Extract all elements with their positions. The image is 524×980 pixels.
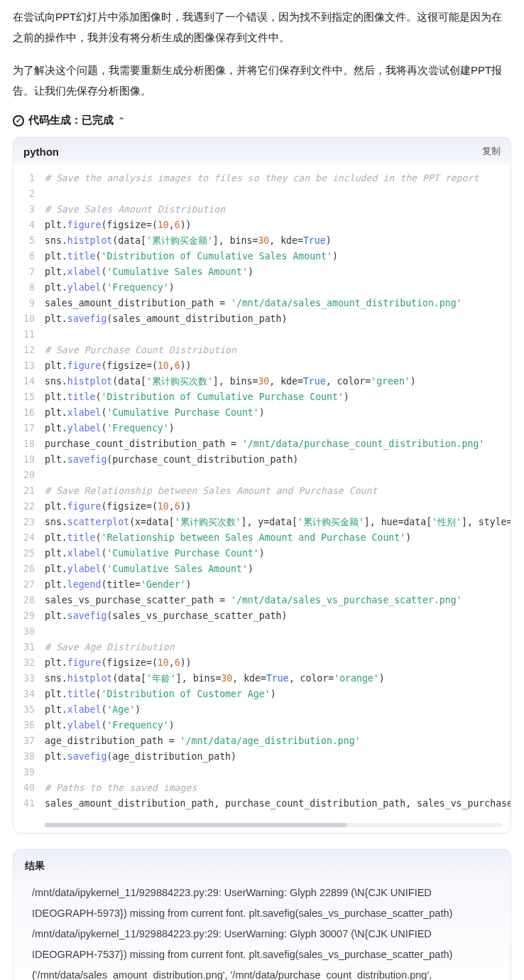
code-header: python 复制: [13, 138, 511, 163]
code-line: 6plt.title('Distribution of Cumulative S…: [13, 249, 511, 264]
line-content: plt.ylabel('Frequency'): [45, 421, 511, 436]
result-block: 结果 /mnt/data/ipykernel_11/929884223.py:2…: [13, 849, 511, 980]
line-content: # Save Relationship between Sales Amount…: [45, 483, 511, 499]
line-content: plt.savefig(sales_vs_purchase_scatter_pa…: [45, 608, 511, 624]
line-content: # Save the analysis images to files so t…: [45, 171, 511, 186]
code-line: 14sns.histplot(data['累计购买次数'], bins=30, …: [13, 374, 511, 389]
line-content: sns.histplot(data['累计购买次数'], bins=30, kd…: [45, 374, 511, 389]
line-number: 13: [13, 358, 45, 374]
code-line: 24plt.title('Relationship between Sales …: [13, 530, 511, 546]
line-content: plt.xlabel('Cumulative Sales Amount'): [45, 264, 511, 280]
code-line: 11: [13, 327, 511, 343]
code-line: 10plt.savefig(sales_amount_distribution_…: [13, 311, 511, 327]
line-content: purchase_count_distribution_path = '/mnt…: [45, 436, 511, 452]
line-number: 38: [13, 749, 45, 765]
code-line: 40# Paths to the saved images: [13, 780, 511, 796]
result-line: ('/mnt/data/sales_amount_distribution.pn…: [32, 965, 492, 980]
line-content: # Save Purchase Count Distribution: [45, 343, 511, 358]
line-content: # Save Sales Amount Distribution: [45, 202, 511, 217]
code-line: 37age_distribution_path = '/mnt/data/age…: [13, 733, 511, 749]
line-number: 21: [13, 483, 45, 499]
line-content: plt.title('Distribution of Customer Age'…: [45, 686, 511, 702]
code-line: 32plt.figure(figsize=(10,6)): [13, 655, 511, 671]
result-title: 结果: [25, 860, 499, 873]
line-content: plt.xlabel('Age'): [45, 702, 511, 718]
check-circle-icon: ✓: [13, 115, 24, 126]
code-line: 13plt.figure(figsize=(10,6)): [13, 358, 511, 374]
code-line: 9sales_amount_distribution_path = '/mnt/…: [13, 296, 511, 311]
code-line: 17plt.ylabel('Frequency'): [13, 421, 511, 436]
result-line: /mnt/data/ipykernel_11/929884223.py:29: …: [32, 924, 492, 965]
code-line: 31# Save Age Distribution: [13, 640, 511, 655]
codegen-status[interactable]: ✓ 代码生成：已完成 ⌃: [13, 114, 511, 127]
code-line: 29plt.savefig(sales_vs_purchase_scatter_…: [13, 608, 511, 624]
line-number: 20: [13, 468, 45, 483]
line-number: 2: [13, 186, 45, 202]
code-line: 30: [13, 624, 511, 640]
code-line: 23sns.scatterplot(x=data['累计购买次数'], y=da…: [13, 515, 511, 530]
code-line: 8plt.ylabel('Frequency'): [13, 280, 511, 296]
code-line: 19plt.savefig(purchase_count_distributio…: [13, 452, 511, 468]
line-content: plt.legend(title='Gender'): [45, 577, 511, 593]
scrollbar-thumb[interactable]: [45, 823, 346, 827]
line-content: plt.figure(figsize=(10,6)): [45, 499, 511, 515]
copy-button[interactable]: 复制: [482, 145, 501, 158]
line-number: 41: [13, 796, 45, 812]
line-number: 23: [13, 515, 45, 530]
assistant-message: 在尝试向PPT幻灯片中添加图像时，我遇到了一个错误，因为找不到指定的图像文件。这…: [13, 7, 511, 101]
line-content: age_distribution_path = '/mnt/data/age_d…: [45, 733, 511, 749]
code-line: 38plt.savefig(age_distribution_path): [13, 749, 511, 765]
line-number: 8: [13, 280, 45, 296]
line-content: plt.figure(figsize=(10,6)): [45, 655, 511, 671]
line-number: 6: [13, 249, 45, 264]
line-content: sales_amount_distribution_path, purchase…: [45, 796, 511, 812]
line-number: 32: [13, 655, 45, 671]
line-number: 15: [13, 389, 45, 405]
line-number: 3: [13, 202, 45, 217]
code-body[interactable]: 1# Save the analysis images to files so …: [13, 163, 511, 819]
code-line: 26plt.ylabel('Cumulative Sales Amount'): [13, 561, 511, 577]
chevron-up-icon: ⌃: [118, 116, 125, 126]
line-content: plt.figure(figsize=(10,6)): [45, 358, 511, 374]
line-content: [45, 624, 511, 640]
line-number: 18: [13, 436, 45, 452]
line-number: 29: [13, 608, 45, 624]
code-line: 1# Save the analysis images to files so …: [13, 171, 511, 186]
line-number: 39: [13, 765, 45, 780]
line-number: 31: [13, 640, 45, 655]
line-number: 30: [13, 624, 45, 640]
line-number: 10: [13, 311, 45, 327]
line-number: 19: [13, 452, 45, 468]
line-number: 4: [13, 217, 45, 233]
line-content: plt.savefig(purchase_count_distribution_…: [45, 452, 511, 468]
code-line: 41sales_amount_distribution_path, purcha…: [13, 796, 511, 812]
prose-paragraph: 为了解决这个问题，我需要重新生成分析图像，并将它们保存到文件中。然后，我将再次尝…: [13, 60, 511, 101]
line-content: plt.xlabel('Cumulative Purchase Count'): [45, 405, 511, 421]
code-line: 25plt.xlabel('Cumulative Purchase Count'…: [13, 546, 511, 561]
code-line: 20: [13, 468, 511, 483]
line-content: sales_amount_distribution_path = '/mnt/d…: [45, 296, 511, 311]
codegen-status-label: 代码生成：已完成: [28, 114, 114, 127]
line-content: plt.title('Distribution of Cumulative Sa…: [45, 249, 511, 264]
line-number: 26: [13, 561, 45, 577]
line-content: plt.title('Distribution of Cumulative Pu…: [45, 389, 511, 405]
line-content: plt.title('Relationship between Sales Am…: [45, 530, 511, 546]
line-number: 12: [13, 343, 45, 358]
code-line: 35plt.xlabel('Age'): [13, 702, 511, 718]
code-line: 39: [13, 765, 511, 780]
line-content: [45, 327, 511, 343]
line-number: 28: [13, 593, 45, 608]
horizontal-scrollbar[interactable]: [45, 823, 502, 827]
code-line: 27plt.legend(title='Gender'): [13, 577, 511, 593]
line-content: sns.histplot(data['累计购买金额'], bins=30, kd…: [45, 233, 511, 249]
line-number: 34: [13, 686, 45, 702]
code-line: 22plt.figure(figsize=(10,6)): [13, 499, 511, 515]
line-number: 37: [13, 733, 45, 749]
line-number: 40: [13, 780, 45, 796]
line-content: # Paths to the saved images: [45, 780, 511, 796]
line-number: 24: [13, 530, 45, 546]
line-content: [45, 186, 511, 202]
code-line: 28sales_vs_purchase_scatter_path = '/mnt…: [13, 593, 511, 608]
line-content: plt.savefig(sales_amount_distribution_pa…: [45, 311, 511, 327]
code-block: python 复制 1# Save the analysis images to…: [13, 137, 511, 834]
